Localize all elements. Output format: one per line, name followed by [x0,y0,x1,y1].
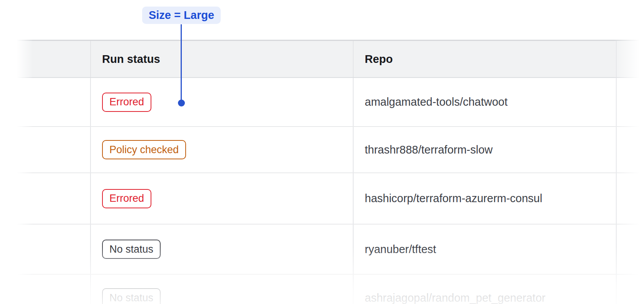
row-leading-cell [16,275,90,304]
column-header-run-status: Run status [102,53,160,66]
run-status-cell: Policy checked [90,127,353,172]
repo-cell: hashicorp/terraform-azurerm-consul [353,173,616,224]
annotation-pointer-dot [178,100,185,106]
table-header-row: Run status Repo [16,40,644,78]
status-badge: Errored [102,93,151,112]
table-row[interactable]: No status ashrajagopal/random_pet_genera… [16,275,644,304]
repo-name: amalgamated-tools/chatwoot [365,96,508,108]
column-header-repo: Repo [365,53,393,66]
repo-cell: amalgamated-tools/chatwoot [353,78,616,126]
table-row[interactable]: Errored amalgamated-tools/chatwoot [16,78,644,127]
status-badge: Policy checked [102,140,186,159]
table-row[interactable]: Policy checked thrashr888/terraform-slow [16,127,644,173]
table-row[interactable]: No status ryanuber/tftest [16,225,644,275]
repo-name: hashicorp/terraform-azurerm-consul [365,192,542,205]
status-badge: No status [102,288,161,304]
row-leading-cell [16,127,90,172]
repo-cell: ryanuber/tftest [353,225,616,274]
runs-table: Run status Repo Errored amalgamated-tool… [16,40,644,304]
run-status-cell: No status [90,225,353,274]
row-overflow-cell [616,127,644,172]
row-leading-cell [16,225,90,274]
run-status-cell: Errored [90,173,353,224]
repo-name: thrashr888/terraform-slow [365,144,493,156]
header-cell-repo: Repo [353,41,616,77]
header-cell-overflow [616,41,644,77]
header-cell-run-status: Run status [90,41,353,77]
repo-cell: thrashr888/terraform-slow [353,127,616,172]
status-badge: Errored [102,189,151,208]
row-overflow-cell [616,173,644,224]
row-leading-cell [16,78,90,126]
annotation-pointer-line [181,24,182,100]
row-overflow-cell [616,275,644,304]
row-leading-cell [16,173,90,224]
row-overflow-cell [616,225,644,274]
repo-cell: ashrajagopal/random_pet_generator [353,275,616,304]
table-row[interactable]: Errored hashicorp/terraform-azurerm-cons… [16,173,644,225]
status-badge: No status [102,240,161,259]
run-status-cell: No status [90,275,353,304]
run-status-cell: Errored [90,78,353,126]
repo-name: ashrajagopal/random_pet_generator [365,292,545,304]
row-overflow-cell [616,78,644,126]
annotation-label: Size = Large [142,7,221,24]
repo-name: ryanuber/tftest [365,243,436,256]
header-cell-empty [16,41,90,77]
